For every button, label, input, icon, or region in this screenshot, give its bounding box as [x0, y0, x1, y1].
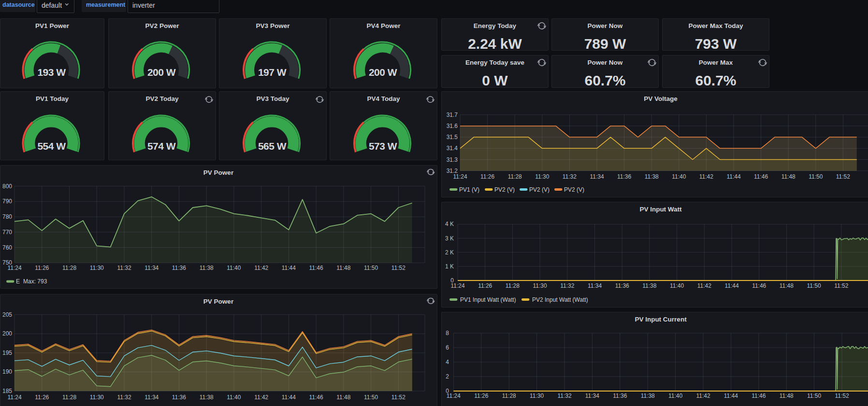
svg-text:11:30: 11:30	[90, 394, 104, 401]
svg-text:Power Now: Power Now	[588, 22, 623, 29]
svg-text:800: 800	[2, 183, 12, 190]
svg-text:11:52: 11:52	[391, 394, 405, 401]
svg-text:11:44: 11:44	[726, 173, 740, 180]
svg-text:PV2 (V): PV2 (V)	[494, 186, 515, 193]
svg-text:11:42: 11:42	[697, 282, 711, 289]
svg-text:11:28: 11:28	[508, 173, 522, 180]
svg-text:31.7: 31.7	[447, 112, 458, 118]
svg-text:11:26: 11:26	[474, 392, 488, 399]
svg-text:11:28: 11:28	[506, 282, 520, 289]
svg-text:11:40: 11:40	[227, 394, 241, 401]
svg-text:measurement: measurement	[86, 1, 126, 8]
svg-text:11:50: 11:50	[807, 282, 821, 289]
svg-text:11:38: 11:38	[645, 173, 659, 180]
svg-text:11:36: 11:36	[615, 282, 629, 289]
svg-text:11:46: 11:46	[309, 394, 323, 401]
svg-text:11:44: 11:44	[724, 392, 738, 399]
svg-text:E: E	[16, 278, 20, 285]
svg-text:554 W: 554 W	[37, 140, 66, 152]
svg-text:11:26: 11:26	[478, 282, 492, 289]
svg-text:1 K: 1 K	[445, 263, 454, 270]
svg-text:PV3 Power: PV3 Power	[256, 22, 290, 29]
svg-text:11:52: 11:52	[835, 392, 849, 399]
svg-text:8: 8	[446, 330, 449, 336]
svg-text:11:32: 11:32	[117, 265, 131, 271]
svg-text:60.7%: 60.7%	[584, 72, 625, 88]
svg-text:11:36: 11:36	[613, 392, 627, 399]
svg-text:200: 200	[2, 330, 12, 337]
svg-text:11:24: 11:24	[447, 392, 461, 399]
svg-text:11:42: 11:42	[696, 392, 710, 399]
svg-text:11:26: 11:26	[35, 265, 49, 271]
svg-text:760: 760	[2, 244, 12, 251]
svg-text:574 W: 574 W	[147, 140, 176, 152]
svg-text:11:34: 11:34	[590, 173, 604, 180]
svg-text:11:38: 11:38	[200, 394, 214, 401]
svg-text:datasource: datasource	[2, 1, 35, 8]
svg-text:11:42: 11:42	[699, 173, 713, 180]
svg-text:11:34: 11:34	[585, 392, 599, 399]
svg-text:197 W: 197 W	[258, 67, 287, 78]
svg-text:11:26: 11:26	[35, 394, 49, 401]
svg-text:11:46: 11:46	[752, 392, 766, 399]
svg-text:PV2 (V): PV2 (V)	[564, 186, 584, 193]
svg-text:60.7%: 60.7%	[695, 72, 736, 88]
svg-text:11:50: 11:50	[807, 392, 821, 399]
svg-text:11:28: 11:28	[62, 265, 76, 271]
svg-text:31.5: 31.5	[447, 134, 458, 140]
svg-text:11:40: 11:40	[670, 282, 684, 289]
svg-text:565 W: 565 W	[258, 140, 287, 152]
svg-text:11:36: 11:36	[617, 173, 631, 180]
svg-text:PV Voltage: PV Voltage	[644, 95, 678, 102]
svg-text:200 W: 200 W	[369, 67, 397, 78]
svg-text:11:44: 11:44	[282, 265, 296, 271]
svg-text:2 K: 2 K	[445, 249, 454, 256]
svg-text:11:30: 11:30	[535, 173, 549, 180]
svg-text:PV Power: PV Power	[203, 298, 234, 305]
svg-text:11:36: 11:36	[172, 394, 186, 401]
svg-text:Power Max: Power Max	[699, 59, 733, 66]
svg-text:11:48: 11:48	[781, 173, 796, 180]
svg-text:11:24: 11:24	[450, 282, 464, 289]
svg-text:11:32: 11:32	[117, 394, 131, 401]
svg-text:Energy Today save: Energy Today save	[465, 59, 525, 66]
svg-text:11:38: 11:38	[642, 282, 656, 289]
svg-text:11:42: 11:42	[254, 394, 268, 401]
svg-text:793 W: 793 W	[695, 36, 737, 52]
svg-text:PV1 Input Watt (Watt): PV1 Input Watt (Watt)	[460, 296, 516, 303]
svg-text:PV1 Today: PV1 Today	[36, 95, 69, 102]
svg-text:PV2 Input Watt (Watt): PV2 Input Watt (Watt)	[532, 296, 588, 303]
svg-text:11:42: 11:42	[254, 265, 268, 271]
svg-text:PV1 Power: PV1 Power	[35, 22, 70, 29]
svg-text:790: 790	[2, 198, 12, 205]
svg-text:11:50: 11:50	[364, 394, 378, 401]
svg-text:11:40: 11:40	[227, 265, 241, 271]
svg-text:4: 4	[446, 359, 449, 365]
svg-text:11:30: 11:30	[90, 265, 104, 271]
svg-text:11:48: 11:48	[780, 282, 794, 289]
svg-text:11:34: 11:34	[588, 282, 602, 289]
svg-text:770: 770	[2, 229, 12, 236]
svg-text:11:34: 11:34	[145, 394, 159, 401]
svg-text:PV2 (V): PV2 (V)	[529, 186, 550, 193]
svg-text:PV2 Power: PV2 Power	[145, 22, 180, 29]
svg-text:780: 780	[2, 213, 12, 220]
svg-text:Power Now: Power Now	[588, 59, 623, 66]
svg-text:11:24: 11:24	[7, 394, 21, 401]
svg-text:31.6: 31.6	[447, 123, 458, 129]
svg-text:Power Max Today: Power Max Today	[688, 22, 743, 29]
svg-text:11:28: 11:28	[62, 394, 76, 401]
svg-text:11:24: 11:24	[7, 265, 21, 271]
svg-text:PV1 (V): PV1 (V)	[459, 186, 479, 193]
svg-text:PV4 Power: PV4 Power	[367, 22, 401, 29]
svg-text:195: 195	[2, 350, 12, 356]
svg-text:789 W: 789 W	[584, 36, 626, 52]
svg-text:11:44: 11:44	[724, 282, 738, 289]
svg-text:4 K: 4 K	[445, 221, 454, 227]
svg-text:31.4: 31.4	[447, 145, 458, 152]
svg-text:PV2 Today: PV2 Today	[145, 95, 179, 102]
svg-text:11:50: 11:50	[364, 265, 378, 271]
svg-text:PV4 Today: PV4 Today	[367, 95, 400, 102]
svg-text:11:26: 11:26	[480, 173, 494, 180]
svg-text:11:32: 11:32	[563, 173, 577, 180]
